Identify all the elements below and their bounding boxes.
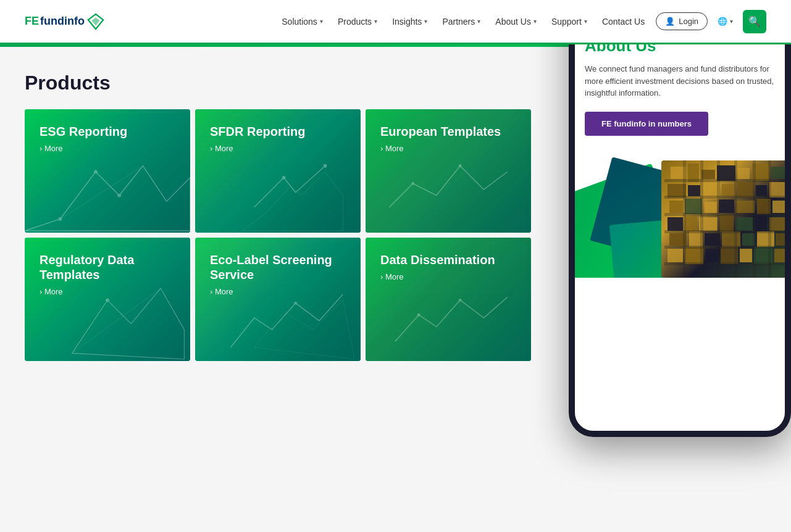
nav-link-products[interactable]: Products ▾	[332, 12, 383, 31]
chevron-down-icon: ▾	[534, 18, 537, 25]
nav-link-partners[interactable]: Partners ▾	[436, 12, 487, 31]
svg-rect-38	[669, 201, 683, 213]
product-card-euro-more[interactable]: › More	[380, 144, 516, 153]
svg-rect-42	[736, 201, 755, 213]
svg-rect-48	[720, 215, 734, 232]
phone-about-text: We connect fund managers and fund distri…	[585, 63, 775, 99]
svg-line-4	[96, 172, 119, 195]
svg-rect-58	[776, 233, 785, 246]
product-card-sfdr-more[interactable]: › More	[210, 144, 346, 153]
svg-marker-17	[254, 300, 355, 359]
logo-link[interactable]: FE fundinfo	[25, 13, 104, 30]
phone-cta-button[interactable]: FE fundinfo in numbers	[585, 112, 708, 136]
svg-rect-67	[664, 196, 785, 199]
chevron-down-icon: ▾	[584, 18, 587, 25]
svg-marker-14	[72, 288, 185, 359]
svg-rect-30	[771, 167, 785, 179]
svg-point-6	[117, 194, 121, 197]
svg-marker-2	[25, 166, 190, 231]
svg-rect-37	[769, 182, 785, 197]
svg-marker-1	[91, 17, 99, 25]
svg-rect-74	[717, 160, 720, 278]
svg-rect-26	[701, 170, 715, 179]
product-card-euro[interactable]: European Templates › More	[366, 109, 531, 233]
nav-link-about[interactable]: About Us ▾	[489, 12, 543, 31]
product-card-ecolabel-title: Eco-Label Screening Service	[210, 252, 346, 282]
nav-links: Solutions ▾ Products ▾ Insights ▾ Partne…	[275, 12, 651, 31]
svg-marker-11	[243, 172, 343, 231]
svg-rect-61	[705, 249, 719, 262]
card-decoration-icon	[366, 146, 531, 233]
phone-image-section	[575, 154, 785, 278]
nav-item-support[interactable]: Support ▾	[545, 12, 593, 31]
svg-line-3	[60, 172, 95, 219]
chevron-down-icon: ▾	[374, 18, 377, 25]
svg-rect-71	[664, 262, 785, 265]
product-card-ecolabel[interactable]: Eco-Label Screening Service › More	[195, 238, 361, 361]
product-card-esg[interactable]: ESG Reporting › More	[25, 109, 190, 233]
phone-image-background	[575, 154, 785, 278]
nav-item-about[interactable]: About Us ▾	[489, 12, 543, 31]
globe-icon: 🌐	[718, 17, 727, 26]
logo-diamond-icon	[87, 13, 104, 30]
nav-link-insights[interactable]: Insights ▾	[386, 12, 433, 31]
product-card-data-more[interactable]: › More	[380, 272, 516, 281]
login-button[interactable]: 👤 Login	[656, 12, 708, 30]
svg-point-12	[411, 182, 414, 185]
nav-item-contact[interactable]: Contact Us	[596, 12, 651, 31]
products-grid: ESG Reporting › More SFDR Reporting › Mo…	[25, 109, 531, 361]
product-card-ecolabel-more[interactable]: › More	[210, 287, 346, 296]
chevron-down-icon: ▾	[320, 18, 323, 25]
product-card-regulatory[interactable]: Regulatory Data Templates › More	[25, 238, 190, 361]
svg-rect-68	[664, 213, 785, 216]
nav-item-partners[interactable]: Partners ▾	[436, 12, 487, 31]
product-card-data-title: Data Dissemination	[380, 252, 516, 267]
svg-rect-75	[734, 160, 737, 278]
logo-fe: FE	[25, 15, 39, 28]
product-card-regulatory-title: Regulatory Data Templates	[40, 252, 175, 282]
svg-line-15	[72, 288, 161, 353]
svg-rect-55	[722, 231, 740, 247]
svg-rect-69	[664, 230, 785, 233]
nav-actions: 👤 Login 🌐 ▾ 🔍	[656, 10, 766, 33]
svg-rect-34	[722, 184, 735, 196]
chevron-down-icon: ▾	[730, 18, 733, 25]
svg-rect-35	[737, 182, 753, 197]
svg-rect-66	[664, 179, 785, 182]
svg-point-20	[459, 299, 462, 302]
svg-rect-77	[768, 160, 771, 278]
user-icon: 👤	[665, 17, 675, 26]
nav-link-solutions[interactable]: Solutions ▾	[275, 12, 329, 31]
nav-item-solutions[interactable]: Solutions ▾	[275, 12, 329, 31]
card-decoration-icon	[25, 146, 190, 233]
svg-point-13	[459, 164, 462, 167]
product-card-esg-more[interactable]: › More	[40, 144, 175, 153]
mobile-phone: FE fundinfo About Us We connect fund man…	[569, 0, 791, 437]
nav-item-insights[interactable]: Insights ▾	[386, 12, 433, 31]
svg-point-9	[282, 176, 286, 180]
svg-rect-59	[668, 249, 683, 262]
language-button[interactable]: 🌐 ▾	[713, 13, 738, 30]
product-card-regulatory-more[interactable]: › More	[40, 287, 175, 296]
product-card-sfdr-title: SFDR Reporting	[210, 124, 346, 139]
svg-rect-49	[735, 217, 753, 231]
aerial-city-photo	[661, 160, 785, 278]
svg-rect-76	[753, 160, 756, 278]
nav-link-support[interactable]: Support ▾	[545, 12, 593, 31]
chevron-down-icon: ▾	[477, 18, 480, 25]
nav-link-contact[interactable]: Contact Us	[596, 12, 651, 31]
product-card-sfdr[interactable]: SFDR Reporting › More	[195, 109, 361, 233]
nav-item-products[interactable]: Products ▾	[332, 12, 383, 31]
svg-rect-39	[685, 199, 702, 214]
svg-point-5	[94, 170, 98, 173]
svg-rect-44	[772, 201, 785, 213]
svg-rect-72	[683, 160, 686, 278]
product-card-data[interactable]: Data Dissemination › More	[366, 238, 531, 361]
product-card-esg-content: ESG Reporting › More	[40, 124, 175, 153]
svg-rect-65	[774, 249, 785, 262]
search-button[interactable]: 🔍	[743, 10, 766, 33]
card-decoration-icon	[195, 146, 361, 233]
svg-rect-50	[755, 216, 767, 232]
svg-point-10	[324, 164, 327, 168]
svg-rect-70	[664, 246, 785, 249]
